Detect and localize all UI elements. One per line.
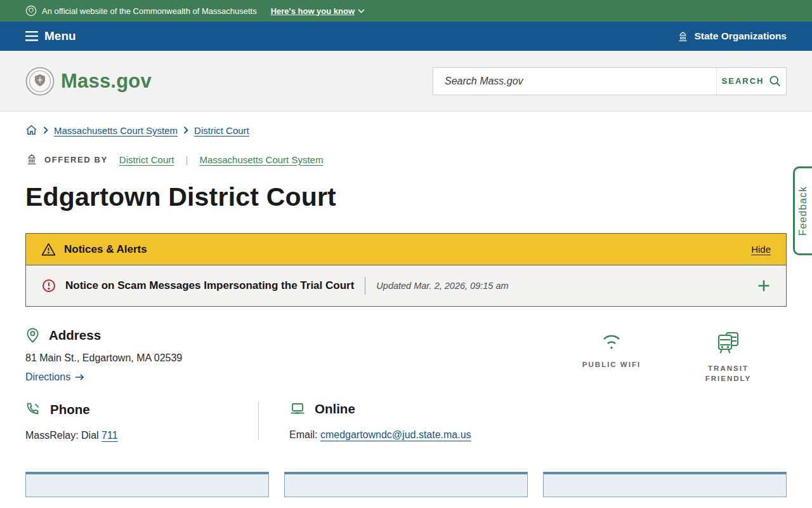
menu-label: Menu — [44, 29, 76, 43]
address-line: 81 Main St., Edgartown, MA 02539 — [25, 352, 182, 364]
offered-by-link-district-court[interactable]: District Court — [119, 154, 174, 165]
offered-by-row: OFFERED BY District Court | Massachusett… — [25, 153, 787, 166]
search-icon — [769, 75, 781, 87]
massgov-seal-icon — [25, 67, 55, 96]
contact-top-section: Address 81 Main St., Edgartown, MA 02539… — [25, 327, 787, 384]
search-input[interactable] — [433, 68, 716, 95]
arrow-right-icon — [75, 373, 84, 381]
chevron-right-icon — [183, 126, 188, 134]
notices-alerts-title: Notices & Alerts — [64, 243, 147, 256]
info-card — [25, 472, 269, 497]
wifi-icon — [598, 331, 625, 351]
phone-icon — [25, 401, 41, 417]
divider: | — [185, 154, 188, 165]
massrelay-label: MassRelay: Dial — [25, 430, 99, 441]
massgov-logo-text: Mass.gov — [61, 70, 152, 93]
massgov-logo[interactable]: Mass.gov — [25, 67, 152, 96]
online-section: Online Email: cmedgartowndc@jud.state.ma… — [259, 400, 471, 441]
capitol-icon — [25, 153, 38, 166]
feedback-tab[interactable]: Feedback — [793, 166, 812, 255]
alert-notice-row[interactable]: Notice on Scam Messages Impersonating th… — [26, 265, 786, 306]
notices-alerts-panel: Notices & Alerts Hide Notice on Scam Mes… — [25, 233, 787, 307]
info-card — [284, 472, 528, 497]
amenity-badges: PUBLIC WIFI TRANSIT FRIENDLY — [576, 331, 764, 384]
phone-line: MassRelay: Dial 711 — [25, 430, 258, 441]
breadcrumb-link-district-court[interactable]: District Court — [194, 125, 249, 136]
state-organizations-button[interactable]: State Organizations — [677, 30, 787, 43]
breadcrumb-link-court-system[interactable]: Massachusetts Court System — [54, 125, 178, 136]
alert-notice-title: Notice on Scam Messages Impersonating th… — [65, 279, 354, 292]
notices-alerts-header: Notices & Alerts Hide — [26, 234, 786, 265]
menu-button[interactable]: Menu — [25, 29, 76, 43]
state-organizations-label: State Organizations — [694, 30, 787, 42]
offered-by-label: OFFERED BY — [44, 155, 108, 164]
site-header: Mass.gov SEARCH — [0, 51, 812, 112]
address-section: Address 81 Main St., Edgartown, MA 02539… — [25, 327, 182, 384]
contact-bottom-section: Phone MassRelay: Dial 711 Online Email: — [25, 400, 787, 441]
offered-by-link-court-system[interactable]: Massachusetts Court System — [199, 154, 323, 165]
capitol-icon — [677, 30, 689, 43]
info-cards-row — [25, 472, 787, 497]
public-wifi-badge: PUBLIC WIFI — [576, 331, 647, 384]
search-button-label: SEARCH — [722, 76, 764, 86]
online-heading: Online — [315, 401, 355, 417]
hide-alerts-link[interactable]: Hide — [751, 244, 771, 255]
search-bar: SEARCH — [433, 67, 787, 95]
chevron-right-icon — [43, 126, 48, 134]
public-wifi-label: PUBLIC WIFI — [582, 360, 641, 370]
relay-711-link[interactable]: 711 — [102, 430, 118, 441]
transit-icon — [716, 331, 741, 355]
divider — [365, 277, 365, 295]
official-banner-text: An official website of the Commonwealth … — [42, 6, 257, 16]
home-icon[interactable] — [25, 124, 37, 136]
hamburger-icon — [25, 31, 38, 41]
email-line: Email: cmedgartowndc@jud.state.ma.us — [289, 429, 471, 441]
location-pin-icon — [25, 327, 40, 344]
chevron-down-icon — [358, 9, 365, 13]
alert-circle-icon — [41, 278, 56, 293]
alert-updated-timestamp: Updated Mar. 2, 2026, 09:15 am — [376, 281, 508, 291]
laptop-icon — [289, 401, 306, 417]
page-title: Edgartown District Court — [25, 182, 787, 212]
info-card — [543, 472, 787, 497]
state-seal-icon — [25, 5, 37, 17]
phone-heading: Phone — [50, 402, 90, 417]
email-link[interactable]: cmedgartowndc@jud.state.ma.us — [320, 429, 471, 440]
warning-triangle-icon — [41, 243, 56, 256]
official-banner: An official website of the Commonwealth … — [0, 0, 812, 22]
breadcrumb: Massachusetts Court System District Cour… — [25, 124, 787, 136]
email-label: Email: — [289, 429, 317, 440]
directions-link[interactable]: Directions — [25, 371, 84, 383]
expand-plus-icon[interactable] — [757, 279, 771, 293]
feedback-label: Feedback — [797, 186, 809, 236]
search-button[interactable]: SEARCH — [716, 68, 786, 95]
transit-friendly-label: TRANSIT FRIENDLY — [693, 364, 764, 384]
main-navbar: Menu State Organizations — [0, 22, 812, 51]
transit-friendly-badge: TRANSIT FRIENDLY — [693, 331, 764, 384]
phone-section: Phone MassRelay: Dial 711 — [25, 400, 258, 441]
heres-how-you-know-button[interactable]: Here's how you know — [271, 6, 365, 16]
address-heading: Address — [49, 328, 101, 343]
